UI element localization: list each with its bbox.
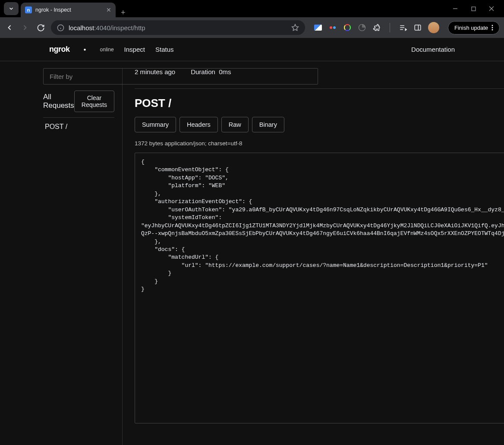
media-icon[interactable] xyxy=(399,23,407,32)
star-icon[interactable] xyxy=(291,24,299,31)
avatar[interactable] xyxy=(428,22,439,33)
tab-summary[interactable]: Summary xyxy=(135,117,176,132)
forward-icon xyxy=(20,22,30,33)
request-path: / xyxy=(66,123,67,130)
favicon-icon: n xyxy=(25,6,32,13)
nav-inspect[interactable]: Inspect xyxy=(124,46,145,53)
detail-title: POST / xyxy=(135,97,504,110)
extensions-menu-icon[interactable] xyxy=(372,23,381,32)
minimize-icon[interactable] xyxy=(451,5,459,13)
address-bar[interactable]: localhost:4040/inspect/http xyxy=(51,20,305,35)
clear-requests-button[interactable]: Clear Requests xyxy=(74,91,114,112)
svg-marker-9 xyxy=(405,28,406,31)
close-icon[interactable]: ✕ xyxy=(106,6,111,13)
finish-update-label: Finish update xyxy=(454,25,488,31)
filter-input[interactable] xyxy=(43,68,318,85)
payload-body: { "commonEventObject": { "hostApp": "DOC… xyxy=(135,153,504,423)
browser-tab[interactable]: n ngrok - Inspect ✕ xyxy=(21,3,116,17)
online-label: online xyxy=(100,47,114,53)
all-requests-title: All Requests xyxy=(43,93,74,110)
reload-icon[interactable] xyxy=(35,22,46,33)
svg-rect-1 xyxy=(472,7,476,11)
nav-status[interactable]: Status xyxy=(155,46,174,53)
brand-logo: ngrok xyxy=(49,45,70,54)
tab-binary[interactable]: Binary xyxy=(252,117,284,132)
extension-icon[interactable] xyxy=(314,23,322,32)
request-method: POST xyxy=(45,123,63,130)
finish-update-button[interactable]: Finish update xyxy=(448,21,500,34)
svg-point-14 xyxy=(492,29,493,31)
tab-raw[interactable]: Raw xyxy=(221,117,249,132)
url-text: localhost:4040/inspect/http xyxy=(69,24,287,31)
back-icon[interactable] xyxy=(4,22,15,33)
request-list-item[interactable]: POST / xyxy=(43,118,114,136)
svg-rect-10 xyxy=(415,25,421,30)
window-close-icon[interactable] xyxy=(488,5,495,13)
content-meta: 1372 bytes application/json; charset=utf… xyxy=(135,140,504,147)
new-tab-button[interactable]: + xyxy=(116,8,131,17)
extension-icon[interactable] xyxy=(328,23,337,32)
maximize-icon[interactable] xyxy=(469,5,477,13)
tab-search-button[interactable] xyxy=(4,2,19,15)
extension-icon[interactable] xyxy=(358,23,366,32)
site-info-icon[interactable] xyxy=(57,24,64,31)
tab-title: ngrok - Inspect xyxy=(35,7,103,13)
svg-point-13 xyxy=(492,27,493,28)
status-indicator-icon: ● xyxy=(80,47,90,52)
svg-point-12 xyxy=(492,25,493,26)
extension-icon[interactable] xyxy=(343,23,352,32)
tab-headers[interactable]: Headers xyxy=(180,117,218,132)
documentation-link[interactable]: Documentation xyxy=(411,46,455,53)
side-panel-icon[interactable] xyxy=(413,23,422,32)
svg-marker-7 xyxy=(292,25,298,31)
